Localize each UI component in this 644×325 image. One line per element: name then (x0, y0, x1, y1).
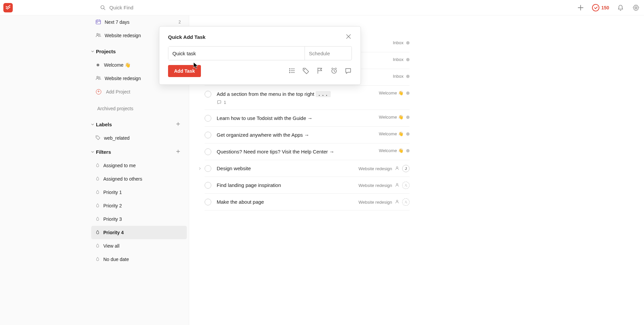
task-name-input[interactable] (168, 47, 305, 60)
project-picker-icon[interactable] (288, 67, 296, 75)
chevron-down-icon (89, 150, 96, 154)
task-title: Get organized anywhere with the Apps → (217, 132, 309, 138)
welcome-label: Welcome 👋 (104, 62, 130, 68)
next7-count: 2 (178, 20, 181, 24)
sidebar-section-labels[interactable]: Labels (91, 117, 187, 131)
task-project-label[interactable]: Welcome 👋 (379, 115, 404, 120)
svg-point-32 (289, 70, 290, 71)
task-checkbox-icon[interactable] (205, 182, 211, 189)
svg-point-36 (304, 69, 305, 70)
task-project-label[interactable]: Website redesign (359, 200, 392, 205)
project-dot-icon (406, 75, 410, 78)
filter-drop-icon (95, 243, 100, 249)
web-related-label: web_related (104, 135, 129, 141)
labels-header-label: Labels (96, 122, 175, 127)
task-title: Find landing page inspiration (217, 182, 281, 188)
task-comments[interactable]: 1 (217, 100, 410, 105)
filter-label: Priority 4 (103, 230, 124, 235)
sidebar-filter-view-all[interactable]: View all (91, 239, 187, 253)
svg-point-21 (405, 184, 407, 186)
task-project-label[interactable]: Welcome 👋 (379, 131, 404, 136)
svg-rect-9 (97, 22, 98, 22)
ellipsis-chip: ... (316, 91, 331, 97)
assign-button[interactable] (402, 182, 410, 189)
schedule-field[interactable]: Schedule (305, 47, 352, 60)
svg-point-12 (97, 76, 98, 78)
close-icon[interactable] (345, 33, 352, 41)
task-checkbox-icon[interactable] (205, 91, 211, 97)
sidebar-label-web-related[interactable]: web_related (91, 131, 187, 145)
task-row[interactable]: Add a section from the menu in the top r… (205, 86, 410, 110)
add-label-icon[interactable] (175, 121, 181, 128)
task-row[interactable]: Find landing page inspiration Website re… (205, 177, 410, 194)
svg-point-30 (289, 68, 290, 69)
archived-projects-label[interactable]: Archived projects (91, 99, 187, 117)
assignee-avatar[interactable]: J (402, 165, 410, 172)
task-project-label[interactable]: Inbox (393, 57, 404, 62)
chevron-right-icon[interactable] (198, 166, 202, 172)
task-row[interactable]: Learn how to use Todoist with the Guide … (205, 110, 410, 127)
quick-find-placeholder: Quick Find (109, 5, 133, 10)
sidebar-add-project[interactable]: Add Project (91, 85, 187, 99)
task-checkbox-icon[interactable] (205, 115, 211, 122)
add-task-button[interactable]: Add Task (168, 65, 201, 77)
label-picker-icon[interactable] (302, 67, 310, 75)
task-checkbox-icon[interactable] (205, 199, 211, 205)
sidebar-filter-assigned-me[interactable]: Assigned to me (91, 159, 187, 172)
sidebar-section-filters[interactable]: Filters (91, 145, 187, 159)
filter-drop-icon (95, 203, 100, 209)
assign-button[interactable] (402, 198, 410, 206)
project-dot-icon (406, 132, 410, 136)
next7-label: Next 7 days (105, 19, 129, 25)
filter-drop-icon (95, 176, 100, 182)
notifications-icon[interactable] (616, 4, 625, 12)
add-filter-icon[interactable] (175, 149, 181, 155)
sidebar-filter-p4[interactable]: Priority 4 (91, 226, 187, 239)
svg-point-0 (101, 5, 104, 9)
quick-add-icon[interactable] (577, 4, 585, 12)
schedule-label: Schedule (309, 51, 330, 56)
task-checkbox-icon[interactable] (205, 148, 211, 155)
reminder-clock-icon[interactable] (330, 67, 338, 75)
task-project-label[interactable]: Website redesign (359, 183, 392, 188)
people-icon (95, 32, 101, 39)
task-project-label[interactable]: Website redesign (359, 166, 392, 171)
tag-icon (95, 135, 101, 141)
task-project-label[interactable]: Inbox (393, 74, 404, 79)
project-dot-icon (406, 91, 410, 95)
sidebar-filter-no-due[interactable]: No due date (91, 253, 187, 266)
task-row[interactable]: Design website Website redesign J (205, 160, 410, 177)
task-project-label[interactable]: Welcome 👋 (379, 90, 404, 95)
task-title: Design website (217, 166, 251, 171)
chevron-down-icon (89, 122, 96, 126)
sidebar-filter-p2[interactable]: Priority 2 (91, 199, 187, 212)
app-header: Quick Find 150 (0, 0, 644, 15)
sidebar-filter-p3[interactable]: Priority 3 (91, 212, 187, 226)
add-project-label: Add Project (106, 89, 130, 94)
task-title: Add a section from the menu in the top r… (217, 91, 331, 97)
svg-point-16 (97, 136, 97, 137)
task-checkbox-icon[interactable] (205, 132, 211, 138)
task-project-label[interactable]: Welcome 👋 (379, 148, 404, 153)
task-row[interactable]: Get organized anywhere with the Apps → W… (205, 127, 410, 143)
svg-line-1 (104, 8, 105, 9)
quick-find[interactable]: Quick Find (100, 5, 133, 11)
task-title-text: Add a section from the menu in the top r… (217, 91, 314, 97)
sidebar-filter-p1[interactable]: Priority 1 (91, 186, 187, 199)
filters-header-label: Filters (96, 149, 175, 155)
task-row[interactable]: Questions? Need more tips? Visit the Hel… (205, 143, 410, 160)
settings-gear-icon[interactable] (632, 4, 640, 12)
svg-rect-5 (96, 20, 101, 24)
brand-logo[interactable] (3, 3, 13, 12)
svg-point-13 (99, 76, 100, 78)
svg-point-4 (635, 7, 637, 9)
task-title: Learn how to use Todoist with the Guide … (217, 115, 313, 121)
task-row[interactable]: Make the about page Website redesign (205, 194, 410, 210)
comment-icon[interactable] (344, 67, 352, 75)
task-checkbox-icon[interactable] (205, 165, 211, 172)
priority-flag-icon[interactable] (316, 67, 324, 75)
karma-score[interactable]: 150 (592, 4, 609, 11)
task-project-label[interactable]: Inbox (393, 40, 404, 45)
sidebar-filter-assigned-others[interactable]: Assigned to others (91, 172, 187, 186)
project-dot-icon (406, 116, 410, 119)
